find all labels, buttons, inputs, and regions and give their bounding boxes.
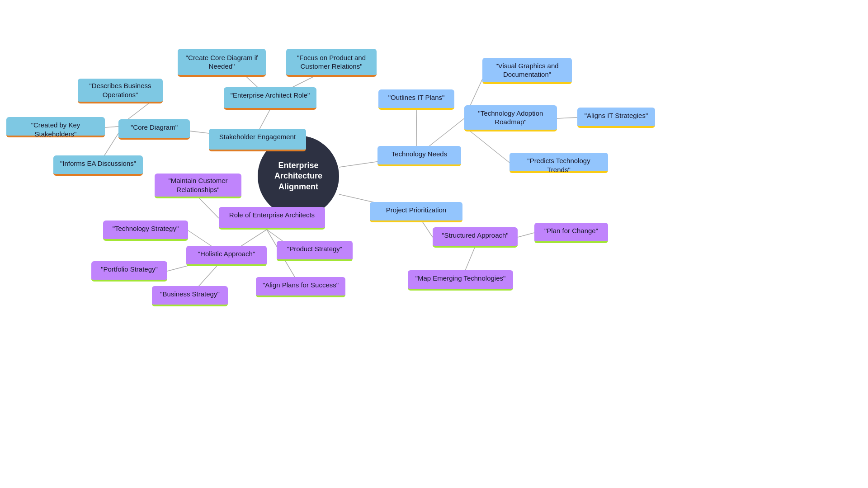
informs-ea-label: "Informs EA Discussions" [60, 160, 136, 167]
focus-product-label: "Focus on Product andCustomer Relations" [297, 53, 366, 71]
technology-strategy-label: "Technology Strategy" [113, 225, 179, 232]
visual-graphics-label: "Visual Graphics andDocumentation" [495, 61, 558, 79]
stakeholder-engagement-label: Stakeholder Engagement [219, 133, 296, 141]
technology-needs-label: Technology Needs [392, 150, 447, 158]
role-of-ea-label: Role of Enterprise Architects [229, 211, 315, 219]
svg-line-11 [199, 198, 219, 218]
plan-for-change-node: "Plan for Change" [534, 223, 608, 243]
create-core-diagram-label: "Create Core Diagram ifNeeded" [186, 53, 258, 71]
svg-line-22 [464, 127, 509, 163]
role-of-ea-node: Role of Enterprise Architects [219, 207, 325, 230]
predicts-tech-trends-label: "Predicts Technology Trends" [527, 157, 590, 174]
svg-line-21 [557, 117, 577, 118]
portfolio-strategy-node: "Portfolio Strategy" [91, 261, 167, 282]
technology-strategy-node: "Technology Strategy" [103, 221, 188, 241]
product-strategy-label: "Product Strategy" [287, 245, 342, 253]
maintain-customer-node: "Maintain CustomerRelationships" [155, 174, 241, 198]
technology-adoption-label: "Technology AdoptionRoadmap" [478, 109, 543, 127]
core-diagram-label: "Core Diagram" [131, 123, 178, 131]
created-by-stakeholders-label: "Created by Key Stakeholders" [31, 121, 80, 138]
align-plans-node: "Align Plans for Success" [256, 277, 345, 297]
outlines-it-plans-node: "Outlines IT Plans" [378, 89, 454, 110]
business-strategy-label: "Business Strategy" [160, 290, 220, 298]
created-by-stakeholders-node: "Created by Key Stakeholders" [6, 117, 105, 137]
holistic-approach-node: "Holistic Approach" [186, 246, 267, 266]
technology-adoption-node: "Technology AdoptionRoadmap" [464, 105, 557, 131]
align-plans-label: "Align Plans for Success" [263, 281, 339, 289]
stakeholder-engagement-node: Stakeholder Engagement [209, 129, 306, 151]
product-strategy-node: "Product Strategy" [277, 241, 353, 261]
svg-line-9 [105, 127, 118, 127]
predicts-tech-trends-node: "Predicts Technology Trends" [509, 153, 608, 173]
create-core-diagram-node: "Create Core Diagram ifNeeded" [178, 49, 266, 77]
svg-line-24 [518, 233, 534, 237]
map-emerging-node: "Map Emerging Technologies" [408, 270, 513, 291]
map-emerging-label: "Map Emerging Technologies" [415, 274, 506, 282]
visual-graphics-node: "Visual Graphics andDocumentation" [482, 58, 572, 84]
technology-needs-node: Technology Needs [377, 146, 461, 166]
structured-approach-node: "Structured Approach" [433, 227, 518, 248]
center-label: Enterprise ArchitectureAlignment [258, 160, 339, 192]
structured-approach-label: "Structured Approach" [442, 231, 508, 239]
aligns-it-strategies-label: "Aligns IT Strategies" [585, 112, 648, 119]
enterprise-architect-role-node: "Enterprise Architect Role" [224, 87, 316, 110]
describes-business-label: "Describes BusinessOperations" [89, 81, 151, 99]
focus-product-node: "Focus on Product andCustomer Relations" [286, 49, 377, 77]
maintain-customer-label: "Maintain CustomerRelationships" [168, 176, 227, 194]
describes-business-node: "Describes BusinessOperations" [78, 79, 163, 103]
plan-for-change-label: "Plan for Change" [544, 227, 598, 235]
informs-ea-node: "Informs EA Discussions" [53, 155, 143, 176]
project-prioritization-label: Project Prioritization [386, 206, 446, 214]
core-diagram-node: "Core Diagram" [118, 119, 190, 140]
aligns-it-strategies-node: "Aligns IT Strategies" [577, 108, 655, 128]
holistic-approach-label: "Holistic Approach" [198, 250, 255, 258]
enterprise-architect-role-label: "Enterprise Architect Role" [231, 91, 310, 99]
outlines-it-plans-label: "Outlines IT Plans" [388, 94, 445, 101]
portfolio-strategy-label: "Portfolio Strategy" [101, 265, 158, 273]
business-strategy-node: "Business Strategy" [152, 286, 228, 306]
svg-line-5 [190, 131, 209, 133]
project-prioritization-node: Project Prioritization [370, 202, 462, 222]
